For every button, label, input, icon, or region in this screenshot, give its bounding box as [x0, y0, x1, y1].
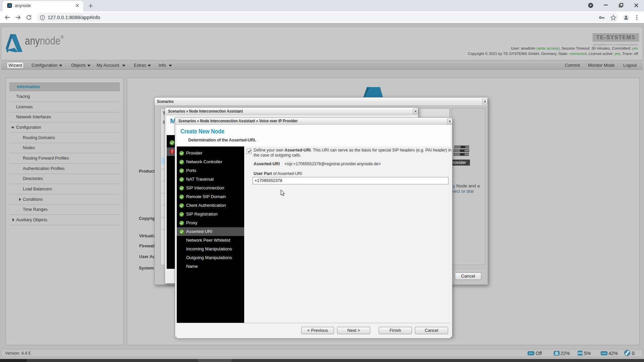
svg-text:CPU: CPU: [578, 352, 583, 354]
